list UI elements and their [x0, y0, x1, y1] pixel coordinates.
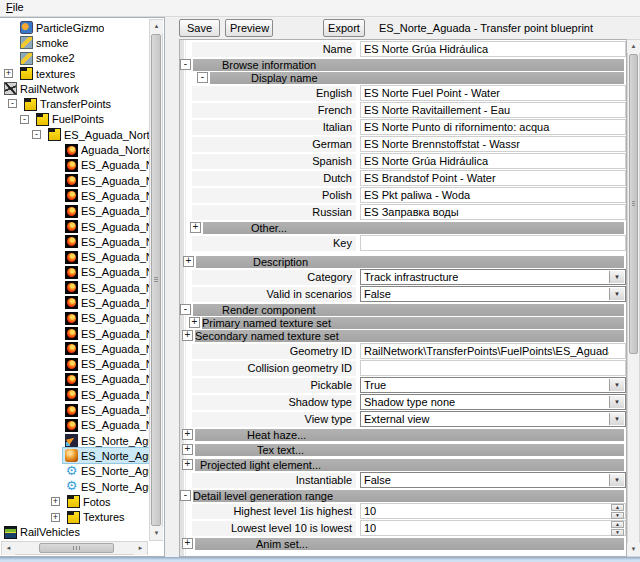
spin-up-icon[interactable]: ▲ [611, 504, 624, 511]
dropdown[interactable]: External view▼ [360, 411, 626, 427]
tree-item[interactable]: ES_Aguada_Nort [0, 219, 149, 234]
section-header[interactable]: +Description [180, 256, 626, 268]
tree-item[interactable]: +textures [0, 66, 149, 81]
spin-up-icon[interactable]: ▲ [611, 521, 624, 528]
tree-item[interactable]: ES_Aguada_Nort [0, 188, 149, 203]
expand-icon[interactable]: + [51, 497, 60, 506]
tree-item[interactable]: ES_Aguada_Nort [0, 311, 149, 326]
number-spinner[interactable]: 10▲▼ [360, 520, 626, 536]
text-field[interactable]: ES Pkt paliwa - Woda [360, 187, 626, 203]
scroll-left-icon[interactable]: ◄ [2, 542, 15, 555]
text-field[interactable]: ES Norte Brennstoffstat - Wassr [360, 136, 626, 152]
section-header[interactable]: -Detail level generation range [180, 490, 626, 502]
collapse-icon[interactable]: - [180, 304, 191, 315]
tree-item[interactable]: ⚙ES_Norte_Aguad [0, 464, 149, 479]
section-header[interactable]: +Other... [180, 222, 626, 234]
tree-item[interactable]: ParticleGizmo [0, 20, 149, 35]
collapse-icon[interactable]: - [180, 59, 191, 70]
tree-item[interactable]: ⚙ES_Norte_Aguad [0, 479, 149, 494]
expand-icon[interactable]: + [182, 444, 193, 455]
section-header[interactable]: -Browse information [180, 59, 626, 71]
text-field[interactable]: ES Заправка воды [360, 204, 626, 220]
dropdown-arrow-icon[interactable]: ▼ [609, 271, 624, 283]
tree-item[interactable]: ES_Aguada_Nort [0, 295, 149, 310]
text-field[interactable]: RailNetwork\TransferPoints\FuelPoints\ES… [360, 343, 626, 359]
section-header[interactable]: +Tex text... [180, 444, 626, 456]
tree-item[interactable]: ES_Aguada_Nort [0, 402, 149, 417]
tree-item[interactable]: ES_Aguada_Nort [0, 234, 149, 249]
text-field[interactable] [360, 360, 626, 376]
text-field[interactable]: ES Norte Grúa Hidráulica [360, 153, 626, 169]
tree-item[interactable]: -FuelPoints [0, 112, 149, 127]
save-button[interactable]: Save [179, 19, 220, 37]
text-field[interactable] [360, 235, 626, 251]
dropdown-arrow-icon[interactable]: ▼ [609, 413, 624, 425]
section-header[interactable]: -Display name [180, 72, 626, 84]
dropdown[interactable]: False▼ [360, 472, 626, 488]
dropdown[interactable]: Shadow type none▼ [360, 394, 626, 410]
text-field[interactable]: ES Norte Ravitaillement - Eau [360, 102, 626, 118]
tree-item[interactable]: ES_Aguada_Nort [0, 173, 149, 188]
dropdown[interactable]: Track infrastructure▼ [360, 269, 626, 285]
text-field[interactable]: ES Norte Fuel Point - Water [360, 85, 626, 101]
text-field[interactable]: ES Norte Punto di rifornimento: acqua [360, 119, 626, 135]
scrollbar-thumb[interactable] [629, 54, 638, 354]
tree-item[interactable]: -ES_Aguada_Norte [0, 127, 149, 142]
text-field[interactable]: ES Brandstof Point - Water [360, 170, 626, 186]
expand-icon[interactable]: + [189, 317, 200, 328]
properties-vertical-scrollbar[interactable]: ▲ ▼ [627, 39, 640, 557]
scrollbar-thumb[interactable] [39, 543, 114, 553]
dropdown[interactable]: False▼ [360, 286, 626, 302]
scroll-down-icon[interactable]: ▼ [150, 527, 163, 540]
tree-item[interactable]: ES_Norte_Aguad [0, 433, 149, 448]
panel-splitter[interactable] [165, 17, 177, 557]
tree-item[interactable]: ES_Aguada_Nort [0, 387, 149, 402]
number-spinner[interactable]: 10▲▼ [360, 503, 626, 519]
scroll-right-icon[interactable]: ► [134, 542, 147, 555]
expand-icon[interactable]: + [183, 256, 194, 267]
tree-item[interactable]: ES_Aguada_Nort [0, 357, 149, 372]
section-header[interactable]: +Heat haze... [180, 429, 626, 441]
scrollbar-thumb[interactable] [151, 34, 161, 526]
tree-item[interactable]: smoke2 [0, 51, 149, 66]
section-header[interactable]: +Projected light element... [180, 459, 626, 471]
scroll-up-icon[interactable]: ▲ [150, 20, 163, 33]
tree-item[interactable]: -TransferPoints [0, 96, 149, 111]
expand-icon[interactable]: + [4, 69, 13, 78]
scroll-down-icon[interactable]: ▼ [627, 543, 640, 556]
file-menu[interactable]: File [0, 0, 31, 16]
scroll-up-icon[interactable]: ▲ [627, 40, 640, 53]
export-button[interactable]: Export [323, 19, 365, 37]
tree-item[interactable]: ES_Aguada_Nort [0, 158, 149, 173]
tree-item[interactable]: ES_Aguada_Nort [0, 265, 149, 280]
tree-item[interactable]: +Fotos [0, 494, 149, 509]
expand-icon[interactable]: + [182, 330, 193, 341]
tree-item[interactable]: RailNetwork [0, 81, 149, 96]
tree-item[interactable]: smoke [0, 35, 149, 50]
section-header[interactable]: -Render component [180, 304, 626, 316]
section-header[interactable]: +Anim set... [180, 538, 626, 550]
expand-icon[interactable]: + [190, 222, 201, 233]
tree-item[interactable]: ES_Norte_Aguad [0, 448, 149, 463]
preview-button[interactable]: Preview [225, 19, 273, 37]
collapse-icon[interactable]: - [180, 490, 191, 501]
tree-vertical-scrollbar[interactable]: ▲ ▼ [149, 19, 163, 541]
tree-item[interactable]: ES_Aguada_Nort [0, 249, 149, 264]
expand-icon[interactable]: + [182, 429, 193, 440]
tree-item[interactable]: ES_Aguada_Nort [0, 372, 149, 387]
dropdown-arrow-icon[interactable]: ▼ [609, 474, 624, 486]
collapse-icon[interactable]: - [197, 72, 208, 83]
collapse-icon[interactable]: - [20, 115, 29, 124]
expand-icon[interactable]: + [51, 513, 60, 522]
dropdown-arrow-icon[interactable]: ▼ [609, 396, 624, 408]
tree-item[interactable]: RailVehicles [0, 525, 149, 540]
collapse-icon[interactable]: - [32, 130, 41, 139]
section-header[interactable]: +Secondary named texture set [180, 330, 626, 342]
tree-item[interactable]: ES_Aguada_Nort [0, 326, 149, 341]
dropdown[interactable]: True▼ [360, 377, 626, 393]
expand-icon[interactable]: + [182, 538, 193, 549]
tree-item[interactable]: Aguada_Norte [0, 142, 149, 157]
tree-item[interactable]: +Textures [0, 510, 149, 525]
tree-horizontal-scrollbar[interactable]: ◄ ► [1, 541, 148, 555]
tree-item[interactable]: ES_Aguada_Nort [0, 204, 149, 219]
